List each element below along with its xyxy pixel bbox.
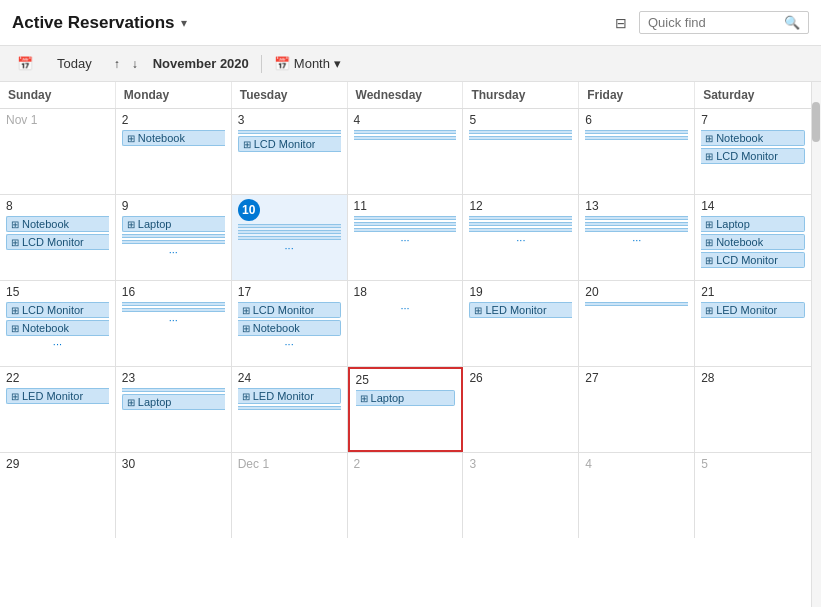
more-items-indicator[interactable]: ··· (122, 314, 225, 326)
day-cell[interactable]: 23⊞Laptop (116, 367, 232, 452)
reservation-bar[interactable] (238, 406, 341, 410)
reservation-bar[interactable]: ⊞Laptop (122, 394, 225, 410)
reservation-bar[interactable] (585, 136, 688, 140)
reservation-bar[interactable] (469, 130, 572, 134)
filter-icon[interactable]: ⊟ (611, 11, 631, 35)
day-cell[interactable]: 8⊞Notebook⊞LCD Monitor (0, 195, 116, 280)
reservation-bar[interactable] (122, 240, 225, 244)
reservation-bar[interactable] (122, 302, 225, 306)
reservation-bar[interactable] (469, 228, 572, 232)
day-cell[interactable]: 19⊞LED Monitor (463, 281, 579, 366)
reservation-bar[interactable] (122, 234, 225, 238)
more-items-indicator[interactable]: ··· (469, 234, 572, 246)
reservation-bar[interactable] (122, 308, 225, 312)
day-cell[interactable]: 4 (579, 453, 695, 538)
reservation-bar[interactable]: ⊞LED Monitor (701, 302, 805, 318)
day-cell[interactable]: 6 (579, 109, 695, 194)
day-cell[interactable]: 26 (463, 367, 579, 452)
reservation-bar[interactable] (354, 222, 457, 226)
day-cell[interactable]: 4 (348, 109, 464, 194)
day-cell[interactable]: 11··· (348, 195, 464, 280)
day-cell[interactable]: 29 (0, 453, 116, 538)
reservation-bar[interactable]: ⊞Notebook (6, 320, 109, 336)
reservation-bar[interactable] (354, 136, 457, 140)
reservation-bar[interactable]: ⊞Laptop (122, 216, 225, 232)
scrollbar-thumb[interactable] (812, 102, 820, 142)
day-cell[interactable]: 12··· (463, 195, 579, 280)
day-cell[interactable]: 2⊞Notebook (116, 109, 232, 194)
reservation-bar[interactable] (585, 216, 688, 220)
calendar-icon-btn[interactable]: 📅 (10, 53, 40, 74)
title-dropdown-icon[interactable]: ▾ (181, 16, 187, 30)
today-button[interactable]: Today (50, 53, 99, 74)
day-cell[interactable]: 15⊞LCD Monitor⊞Notebook··· (0, 281, 116, 366)
reservation-bar[interactable] (469, 222, 572, 226)
reservation-bar[interactable]: ⊞LCD Monitor (6, 234, 109, 250)
day-cell[interactable]: 10··· (232, 195, 348, 280)
reservation-bar[interactable]: ⊞LED Monitor (6, 388, 109, 404)
reservation-bar[interactable] (354, 228, 457, 232)
reservation-bar[interactable] (469, 216, 572, 220)
reservation-bar[interactable]: ⊞LCD Monitor (238, 136, 341, 152)
reservation-bar[interactable] (238, 130, 341, 134)
day-cell[interactable]: 9⊞Laptop··· (116, 195, 232, 280)
month-year-label[interactable]: November 2020 (153, 56, 249, 71)
day-cell[interactable]: 24⊞LED Monitor (232, 367, 348, 452)
reservation-bar[interactable]: ⊞Laptop (356, 390, 456, 406)
day-cell[interactable]: 3⊞LCD Monitor (232, 109, 348, 194)
day-cell[interactable]: 3 (463, 453, 579, 538)
reservation-bar[interactable]: ⊞LCD Monitor (701, 252, 805, 268)
reservation-bar[interactable]: ⊞Laptop (701, 216, 805, 232)
reservation-bar[interactable]: ⊞Notebook (701, 130, 805, 146)
reservation-bar[interactable]: ⊞LED Monitor (469, 302, 572, 318)
day-cell[interactable]: 20 (579, 281, 695, 366)
reservation-bar[interactable] (469, 136, 572, 140)
next-arrow[interactable]: ↓ (127, 55, 143, 73)
reservation-bar[interactable]: ⊞LCD Monitor (238, 302, 341, 318)
day-cell[interactable]: 28 (695, 367, 811, 452)
prev-arrow[interactable]: ↑ (109, 55, 125, 73)
more-items-indicator[interactable]: ··· (238, 338, 341, 350)
reservation-bar[interactable]: ⊞Notebook (238, 320, 341, 336)
quick-find-input[interactable] (648, 15, 778, 30)
day-cell[interactable]: 18··· (348, 281, 464, 366)
day-cell[interactable]: 30 (116, 453, 232, 538)
reservation-bar[interactable]: ⊞Notebook (122, 130, 225, 146)
reservation-bar[interactable] (238, 236, 341, 240)
day-cell[interactable]: 21⊞LED Monitor (695, 281, 811, 366)
day-cell[interactable]: Dec 1 (232, 453, 348, 538)
reservation-bar[interactable] (354, 130, 457, 134)
day-cell[interactable]: 16··· (116, 281, 232, 366)
reservation-bar[interactable]: ⊞LCD Monitor (6, 302, 109, 318)
reservation-bar[interactable] (122, 388, 225, 392)
more-items-indicator[interactable]: ··· (354, 234, 457, 246)
day-cell[interactable]: 14⊞Laptop⊞Notebook⊞LCD Monitor (695, 195, 811, 280)
reservation-bar[interactable]: ⊞LCD Monitor (701, 148, 805, 164)
reservation-bar[interactable] (354, 216, 457, 220)
more-items-indicator[interactable]: ··· (585, 234, 688, 246)
reservation-bar[interactable] (238, 224, 341, 228)
scrollbar-area[interactable] (811, 82, 821, 607)
day-cell[interactable]: 7⊞Notebook⊞LCD Monitor (695, 109, 811, 194)
more-items-indicator[interactable]: ··· (122, 246, 225, 258)
day-cell[interactable]: 27 (579, 367, 695, 452)
reservation-bar[interactable] (585, 130, 688, 134)
more-items-indicator[interactable]: ··· (354, 302, 457, 314)
reservation-bar[interactable] (585, 228, 688, 232)
day-cell[interactable]: 25⊞Laptop (348, 367, 464, 452)
day-cell[interactable]: 13··· (579, 195, 695, 280)
day-cell[interactable]: Nov 1 (0, 109, 116, 194)
day-cell[interactable]: 5 (695, 453, 811, 538)
reservation-bar[interactable] (585, 222, 688, 226)
day-cell[interactable]: 5 (463, 109, 579, 194)
day-cell[interactable]: 22⊞LED Monitor (0, 367, 116, 452)
reservation-bar[interactable]: ⊞Notebook (6, 216, 109, 232)
reservation-bar[interactable]: ⊞LED Monitor (238, 388, 341, 404)
reservation-bar[interactable] (585, 302, 688, 306)
day-cell[interactable]: 17⊞LCD Monitor⊞Notebook··· (232, 281, 348, 366)
view-selector[interactable]: 📅 Month ▾ (274, 56, 341, 71)
more-items-indicator[interactable]: ··· (6, 338, 109, 350)
more-items-indicator[interactable]: ··· (238, 242, 341, 254)
day-cell[interactable]: 2 (348, 453, 464, 538)
reservation-bar[interactable]: ⊞Notebook (701, 234, 805, 250)
